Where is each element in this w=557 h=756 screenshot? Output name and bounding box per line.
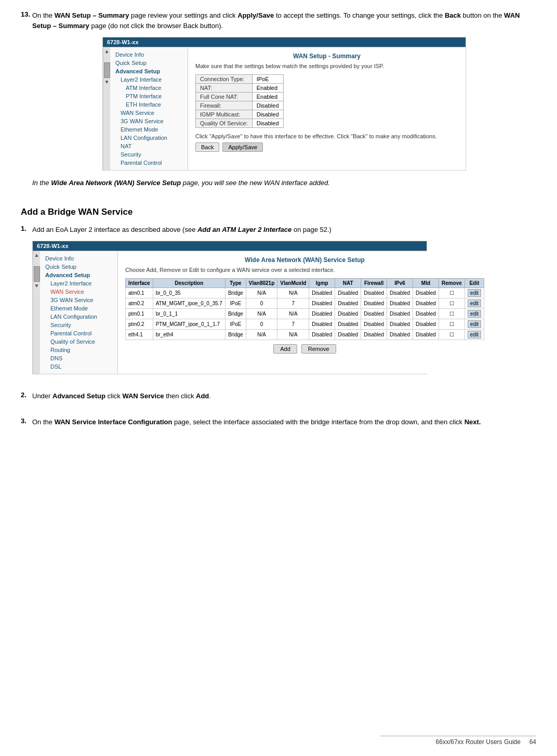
cell-nat: Disabled (335, 288, 361, 298)
cell-edit[interactable]: edit (465, 319, 484, 330)
followup-bold: Wide Area Network (WAN) Service Setup (51, 179, 181, 187)
scroll-up-1[interactable]: ▲ (103, 47, 111, 55)
sidebar-security-1[interactable]: Security (110, 150, 188, 159)
value-firewall: Disabled (252, 101, 283, 110)
sidebar-dsl-2[interactable]: DSL (40, 362, 117, 371)
sidebar-parental-1[interactable]: Parental Control (110, 159, 188, 167)
sidebar-3g-2[interactable]: 3G WAN Service (40, 296, 117, 304)
col-description: Description (153, 279, 225, 288)
edit-button[interactable]: edit (468, 299, 481, 307)
edit-button[interactable]: edit (468, 289, 481, 297)
cell-firewall: Disabled (361, 298, 387, 309)
sidebar-layer2-2[interactable]: Layer2 Interface (40, 279, 117, 288)
sidebar-qos-2[interactable]: Quality of Service (40, 337, 117, 346)
cell-firewall: Disabled (361, 330, 387, 340)
sidebar-advanced-setup-1[interactable]: Advanced Setup (110, 67, 188, 75)
sidebar-nat-1[interactable]: NAT (110, 142, 188, 150)
col-remove: Remove (439, 279, 465, 288)
step-13-bold1: WAN Setup – Summary (55, 11, 129, 19)
sidebar-routing-2[interactable]: Routing (40, 346, 117, 354)
back-button-1[interactable]: Back (195, 142, 219, 152)
sidebar-eth-1[interactable]: ETH Interface (110, 100, 188, 109)
sidebar-layer2-1[interactable]: Layer2 Interface (110, 75, 188, 84)
scroll-up-2[interactable]: ▲ (33, 251, 41, 259)
sidebar-advanced-setup-2[interactable]: Advanced Setup (40, 271, 117, 279)
cell-edit[interactable]: edit (465, 288, 484, 298)
router-scroll-1: ▲ ▼ Device Info Quick Setup Advanced Set… (103, 47, 188, 170)
scrollbar-thumb-2[interactable] (34, 266, 40, 282)
cell-interface: ptm0.1 (126, 309, 153, 319)
cell-mld: Disabled (413, 288, 439, 298)
scroll-down-1[interactable]: ▼ (103, 78, 111, 86)
cell-remove[interactable]: ☐ (439, 309, 465, 319)
sidebar-dns-2[interactable]: DNS (40, 354, 117, 362)
scrollbar-1[interactable]: ▲ ▼ (103, 47, 110, 170)
table-row: Full Cone NAT: Enabled (196, 93, 284, 101)
cell-igmp: Disabled (309, 319, 335, 330)
router-main-subtitle-1: Make sure that the settings below match … (195, 63, 458, 69)
cell-edit[interactable]: edit (465, 298, 484, 309)
cell-mld: Disabled (413, 319, 439, 330)
cell-type: Bridge (225, 309, 246, 319)
sidebar-device-info-2[interactable]: Device Info (40, 254, 117, 263)
router-sidebar-1: Device Info Quick Setup Advanced Setup L… (110, 47, 188, 170)
cell-remove[interactable]: ☐ (439, 288, 465, 298)
cell-firewall: Disabled (361, 309, 387, 319)
table-row: NAT: Enabled (196, 84, 284, 93)
scroll-down-2[interactable]: ▼ (33, 282, 41, 290)
cell-type: Bridge (225, 288, 246, 298)
router-body-2: ▲ ▼ Device Info Quick Setup Advanced Set… (33, 251, 427, 374)
router-sidebar-2: Device Info Quick Setup Advanced Setup L… (40, 251, 118, 374)
sidebar-quick-setup-1[interactable]: Quick Setup (110, 59, 188, 67)
cell-firewall: Disabled (361, 288, 387, 298)
router-screenshot-1: 6728-W1-xx ▲ ▼ Device Info Quick Setup A… (102, 37, 466, 171)
sidebar-wan-2[interactable]: WAN Service (40, 288, 117, 296)
value-qos: Disabled (252, 119, 283, 128)
step-13-text: On the WAN Setup – Summary page review y… (32, 10, 536, 31)
sidebar-lan-1[interactable]: LAN Configuration (110, 134, 188, 142)
scrollbar-2[interactable]: ▲ ▼ (33, 251, 40, 374)
cell-ipv6: Disabled (387, 319, 413, 330)
router-main-title-1: WAN Setup - Summary (195, 53, 458, 60)
sidebar-ethernet-2[interactable]: Ethernet Mode (40, 304, 117, 312)
cell-edit[interactable]: edit (465, 309, 484, 319)
scrollbar-thumb-1[interactable] (104, 62, 110, 78)
sidebar-ptm-1[interactable]: PTM Interface (110, 92, 188, 100)
step-1-text: Add an EoA Layer 2 interface as describe… (32, 225, 427, 235)
cell-igmp: Disabled (309, 288, 335, 298)
sidebar-lan-2[interactable]: LAN Configuration (40, 312, 117, 321)
cell-description: ATM_MGMT_ipoe_0_0_35.7 (153, 298, 225, 309)
router-main-title-2: Wide Area Network (WAN) Service Setup (125, 256, 484, 264)
cell-ipv6: Disabled (387, 330, 413, 340)
sidebar-parental-2[interactable]: Parental Control (40, 329, 117, 337)
sidebar-device-info-1[interactable]: Device Info (110, 50, 188, 59)
step-3-item: 3. On the WAN Service Interface Configur… (21, 417, 536, 434)
label-igmp: IGMP Multicast: (196, 110, 253, 119)
edit-button[interactable]: edit (468, 331, 481, 338)
sidebar-3g-1[interactable]: 3G WAN Service (110, 117, 188, 125)
cell-remove[interactable]: ☐ (439, 298, 465, 309)
value-connection-type: IPoE (252, 75, 283, 84)
edit-button[interactable]: edit (468, 320, 481, 328)
step-13-block: 13. On the WAN Setup – Summary page revi… (21, 10, 536, 194)
cell-edit[interactable]: edit (465, 330, 484, 340)
sidebar-quick-setup-2[interactable]: Quick Setup (40, 263, 117, 271)
step-13-bold2: Apply/Save (237, 11, 274, 19)
edit-button[interactable]: edit (468, 310, 481, 318)
cell-vlanmuxid: 7 (277, 319, 309, 330)
label-nat: NAT: (196, 84, 253, 93)
cell-firewall: Disabled (361, 319, 387, 330)
sidebar-ethernet-1[interactable]: Ethernet Mode (110, 125, 188, 134)
apply-save-button-1[interactable]: Apply/Save (222, 142, 263, 152)
sidebar-security-2[interactable]: Security (40, 321, 117, 329)
cell-nat: Disabled (335, 309, 361, 319)
router-main-2: Wide Area Network (WAN) Service Setup Ch… (118, 251, 492, 374)
add-button[interactable]: Add (273, 344, 297, 354)
cell-remove[interactable]: ☐ (439, 330, 465, 340)
wan-btn-row: Add Remove (125, 344, 484, 354)
btn-row-1: Back Apply/Save (195, 142, 458, 152)
sidebar-wan-1[interactable]: WAN Service (110, 109, 188, 117)
cell-remove[interactable]: ☐ (439, 319, 465, 330)
sidebar-atm-1[interactable]: ATM Interface (110, 84, 188, 92)
remove-button[interactable]: Remove (301, 344, 336, 354)
